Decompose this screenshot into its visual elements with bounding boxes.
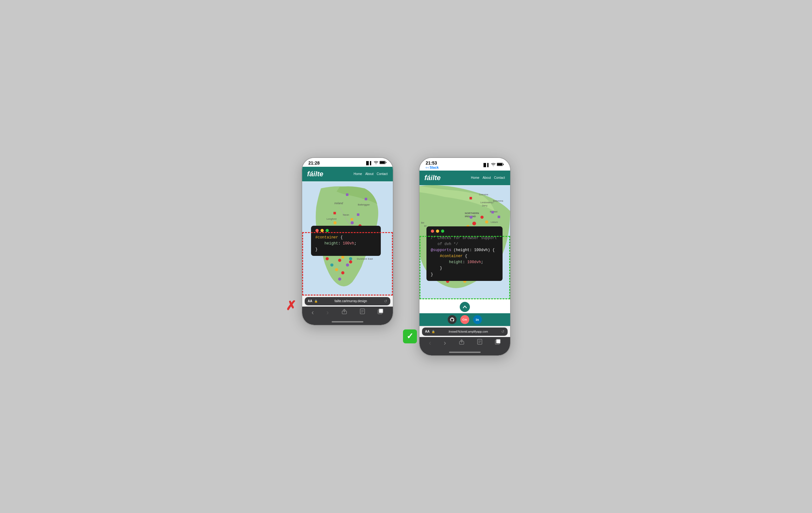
chevron-up-right[interactable] bbox=[460, 302, 470, 312]
github-icon[interactable] bbox=[448, 315, 457, 324]
dot-yellow-left bbox=[321, 229, 324, 232]
svg-rect-63 bbox=[379, 309, 383, 313]
phone-section-right: 21:53 ‹‹ Slack ▐▌▌ bbox=[419, 157, 511, 356]
svg-text:Derry: Derry bbox=[482, 204, 487, 207]
battery-icon-left bbox=[379, 161, 386, 165]
safari-bookmarks-right[interactable] bbox=[477, 339, 482, 347]
svg-text:Bel: Bel bbox=[421, 221, 424, 224]
dot-yellow-right bbox=[436, 230, 439, 233]
status-icons-right: ▐▌▌ bbox=[482, 163, 503, 167]
code-comment-1: /* Checks for browser support bbox=[431, 235, 498, 241]
safari-bottom-left: AA 🔒 failte.carlmurray.design ↺ ‹ › bbox=[302, 295, 393, 325]
battery-icon-right bbox=[497, 163, 504, 167]
svg-rect-2 bbox=[380, 161, 385, 164]
svg-rect-56 bbox=[350, 218, 353, 220]
map-right: Coleraine Londonderry / Derry NORTHERN I… bbox=[419, 185, 510, 299]
svg-rect-108 bbox=[497, 216, 500, 218]
nav-links-right: Home About Contact bbox=[471, 176, 505, 179]
svg-point-36 bbox=[346, 263, 349, 266]
address-bar-right[interactable]: AA 🔒 :lrxswd7b3sntd.amplifyapp.com ↺ bbox=[422, 327, 508, 336]
svg-point-32 bbox=[333, 221, 337, 224]
brand-right: fáilte bbox=[425, 174, 441, 182]
terminal-right: /* Checks for browser support of dvh */ … bbox=[427, 226, 502, 281]
safari-back-left[interactable]: ‹ bbox=[311, 309, 314, 317]
svg-rect-53 bbox=[365, 198, 367, 200]
svg-text:NORTHERN: NORTHERN bbox=[465, 212, 479, 215]
safari-forward-left[interactable]: › bbox=[326, 309, 329, 317]
safari-nav-left: ‹ › bbox=[302, 307, 393, 320]
safari-tabs-left[interactable] bbox=[378, 309, 383, 317]
scroll-up-area-right bbox=[419, 299, 510, 313]
safari-share-left[interactable] bbox=[342, 309, 347, 317]
cm-icon[interactable]: Cm bbox=[460, 315, 469, 324]
url-right: :lrxswd7b3sntd.amplifyapp.com bbox=[437, 330, 499, 333]
dot-green-right bbox=[441, 230, 444, 233]
safari-back-right[interactable]: ‹ bbox=[429, 339, 431, 347]
svg-text:Balbriggan: Balbriggan bbox=[358, 203, 370, 206]
svg-rect-109 bbox=[469, 197, 472, 199]
home-bar-left bbox=[302, 320, 393, 325]
checkmark-badge: ✓ bbox=[403, 330, 417, 343]
nav-contact-left[interactable]: Contact bbox=[377, 172, 387, 176]
url-left: failte.carlmurray.design bbox=[320, 299, 382, 303]
safari-tabs-right[interactable] bbox=[495, 339, 501, 347]
svg-point-50 bbox=[341, 271, 344, 274]
svg-text:Ireland: Ireland bbox=[334, 201, 343, 204]
nav-about-right[interactable]: About bbox=[483, 176, 491, 179]
svg-text:Longford: Longford bbox=[326, 217, 336, 220]
code-prop-r: height: 100dvh; bbox=[431, 259, 498, 265]
social-icons-bar-right: Cm in bbox=[419, 313, 510, 326]
home-bar-right bbox=[419, 350, 510, 355]
code-line-1: #container { bbox=[316, 235, 376, 240]
aa-text-left: AA bbox=[308, 299, 312, 303]
svg-point-79 bbox=[480, 216, 484, 219]
lock-icon-left: 🔒 bbox=[314, 300, 318, 303]
safari-nav-right: ‹ › bbox=[419, 337, 510, 350]
back-label-right[interactable]: ‹‹ Slack bbox=[426, 166, 439, 169]
safari-bookmarks-left[interactable] bbox=[360, 309, 365, 317]
code-selector-r: #container { bbox=[431, 253, 498, 259]
svg-point-48 bbox=[330, 263, 333, 266]
nav-home-left[interactable]: Home bbox=[353, 172, 362, 176]
home-indicator-right bbox=[449, 352, 481, 353]
nav-bar-right: fáilte Home About Contact bbox=[419, 171, 510, 185]
svg-rect-117 bbox=[496, 339, 500, 343]
safari-forward-right[interactable]: › bbox=[444, 339, 446, 347]
terminal-dots-right bbox=[431, 230, 498, 233]
phone-left: 21:28 ▐▌▌ bbox=[301, 157, 394, 325]
svg-point-40 bbox=[349, 257, 352, 260]
nav-contact-right[interactable]: Contact bbox=[494, 176, 505, 179]
aa-text-right: AA bbox=[425, 330, 430, 333]
wifi-icon-right bbox=[491, 163, 496, 167]
home-indicator-left bbox=[332, 321, 364, 322]
time-left: 21:28 bbox=[309, 161, 320, 166]
signal-icon-left: ▐▌▌ bbox=[365, 161, 372, 165]
phone-section-left: 21:28 ▐▌▌ bbox=[301, 157, 394, 325]
lock-icon-right: 🔒 bbox=[432, 330, 435, 333]
dot-green-left bbox=[326, 229, 329, 232]
svg-point-37 bbox=[350, 221, 353, 224]
code-line-3: } bbox=[316, 247, 376, 253]
main-container: 21:28 ▐▌▌ bbox=[289, 138, 523, 375]
svg-text:Coleraine: Coleraine bbox=[479, 193, 488, 196]
svg-rect-65 bbox=[503, 164, 503, 165]
svg-rect-52 bbox=[346, 193, 348, 196]
reload-icon-right[interactable]: ↺ bbox=[501, 330, 504, 334]
address-bar-left[interactable]: AA 🔒 failte.carlmurray.design ↺ bbox=[305, 297, 390, 305]
x-badge: ✗ bbox=[286, 298, 296, 313]
nav-about-left[interactable]: About bbox=[365, 172, 374, 176]
svg-point-27 bbox=[349, 260, 352, 263]
status-bar-left: 21:28 ▐▌▌ bbox=[302, 158, 393, 167]
code-comment-2: of dvh */ bbox=[431, 241, 498, 247]
safari-bottom-right: AA 🔒 :lrxswd7b3sntd.amplifyapp.com ↺ ‹ › bbox=[419, 326, 510, 355]
svg-point-51 bbox=[338, 278, 341, 281]
reload-icon-left[interactable]: ↺ bbox=[384, 299, 387, 304]
nav-home-right[interactable]: Home bbox=[471, 176, 480, 179]
code-line-2: height: 100vh; bbox=[316, 240, 376, 247]
safari-share-right[interactable] bbox=[459, 339, 464, 347]
terminal-dots-left bbox=[316, 229, 376, 232]
dot-red-right bbox=[431, 230, 434, 233]
linkedin-icon[interactable]: in bbox=[473, 315, 482, 324]
svg-text:Dunmore East: Dunmore East bbox=[357, 257, 373, 260]
svg-point-26 bbox=[338, 259, 341, 262]
